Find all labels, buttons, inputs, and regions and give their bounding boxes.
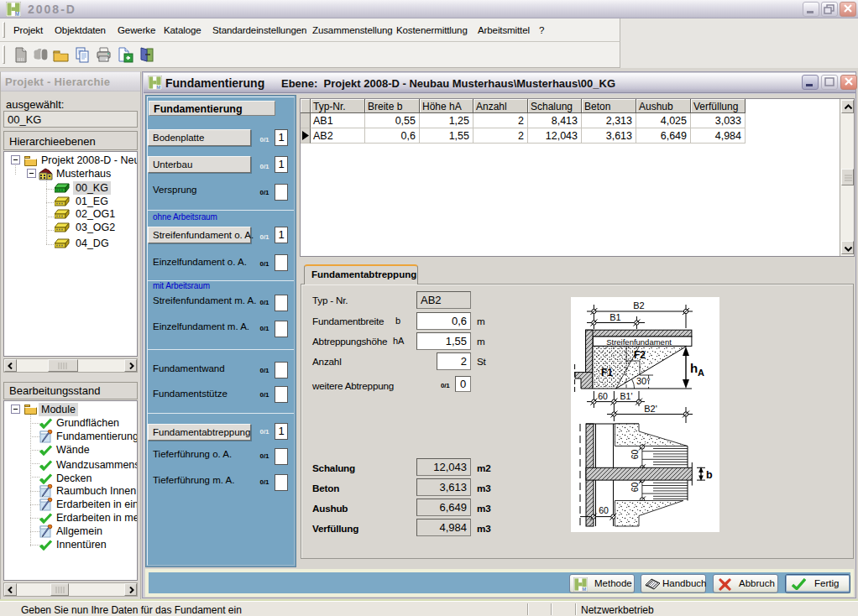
svg-text:A: A (698, 368, 704, 378)
svg-text:M: M (156, 84, 160, 90)
svg-text:Streifenfundament: Streifenfundament (606, 337, 672, 347)
svg-text:60: 60 (598, 391, 608, 401)
svg-text:60: 60 (630, 483, 640, 493)
svg-text:B1': B1' (620, 391, 633, 401)
svg-text:M: M (582, 586, 586, 592)
svg-text:b: b (706, 469, 713, 481)
svg-text:F2: F2 (634, 349, 646, 361)
svg-text:30°: 30° (636, 376, 651, 386)
svg-text:B1: B1 (609, 312, 620, 322)
svg-text:B2: B2 (633, 300, 644, 311)
svg-text:F1: F1 (601, 367, 613, 378)
svg-text:60: 60 (630, 450, 640, 460)
svg-text:B2': B2' (644, 404, 657, 414)
svg-text:M: M (15, 11, 19, 17)
svg-text:h: h (690, 361, 698, 375)
svg-text:60: 60 (599, 505, 609, 515)
